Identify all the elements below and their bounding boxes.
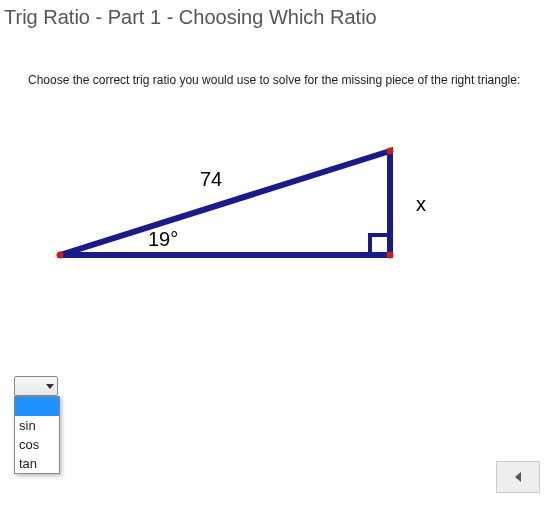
ratio-option-cos[interactable]: cos bbox=[15, 435, 59, 454]
triangle-svg bbox=[50, 135, 410, 285]
answer-dropdown-area: sin cos tan bbox=[14, 376, 104, 474]
question-text: Choose the correct trig ratio you would … bbox=[0, 29, 546, 87]
page-title: Trig Ratio - Part 1 - Choosing Which Rat… bbox=[0, 0, 546, 29]
ratio-option-blank[interactable] bbox=[15, 397, 59, 416]
caret-left-icon bbox=[515, 472, 521, 482]
svg-point-4 bbox=[387, 148, 394, 155]
opposite-label: x bbox=[416, 193, 426, 216]
ratio-option-tan[interactable]: tan bbox=[15, 454, 59, 473]
ratio-select[interactable] bbox=[14, 376, 58, 396]
back-button[interactable] bbox=[496, 461, 540, 493]
angle-label: 19° bbox=[148, 228, 178, 251]
svg-rect-1 bbox=[370, 235, 389, 254]
svg-marker-0 bbox=[60, 151, 390, 255]
triangle-figure: 74 19° x bbox=[0, 135, 546, 335]
chevron-down-icon bbox=[46, 384, 54, 389]
ratio-option-sin[interactable]: sin bbox=[15, 416, 59, 435]
svg-point-2 bbox=[57, 252, 64, 259]
ratio-select-options[interactable]: sin cos tan bbox=[14, 396, 60, 474]
svg-point-3 bbox=[387, 252, 394, 259]
hypotenuse-label: 74 bbox=[200, 168, 222, 191]
